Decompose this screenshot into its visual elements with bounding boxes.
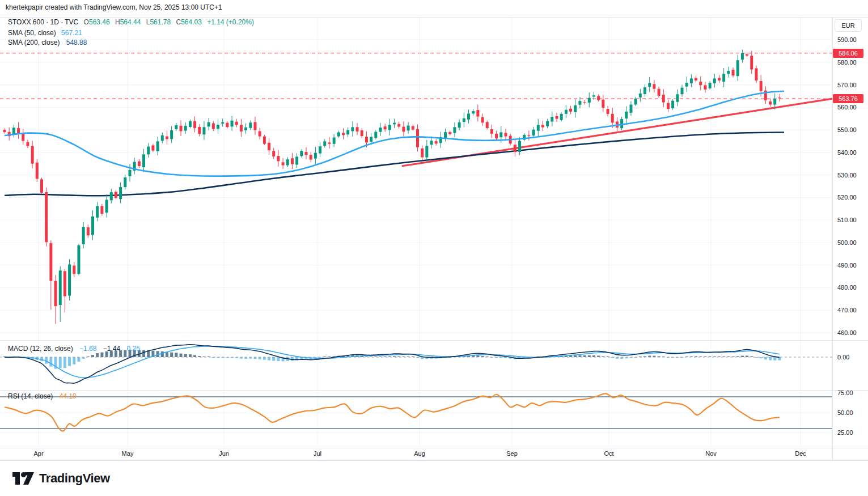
panel-separator[interactable] — [0, 390, 868, 391]
sma50-legend-row[interactable]: SMA (50, close) 567.21 — [8, 29, 82, 37]
rsi-panel[interactable] — [0, 390, 832, 447]
price-tick-label: 470.00 — [837, 307, 857, 313]
symbol-legend-row[interactable]: STOXX 600 · 1D · TVC O563.46 H564.44 L56… — [8, 18, 254, 26]
time-axis-bottom-border — [0, 460, 868, 461]
time-axis-month-label: Apr — [33, 450, 43, 457]
sma50-value: 567.21 — [61, 29, 82, 37]
macd-legend-row[interactable]: MACD (12, 26, close) −1.68 −1.44 0.25 — [8, 345, 140, 353]
currency-button[interactable]: EUR — [835, 19, 862, 32]
price-tick-label: 510.00 — [837, 217, 857, 223]
high-value: 564.44 — [120, 18, 141, 26]
close-label: C — [176, 18, 181, 26]
price-tick-label: 490.00 — [837, 262, 857, 269]
change-value: +1.14 (+0.20%) — [207, 18, 254, 26]
price-tick-label: 560.00 — [837, 104, 857, 111]
macd-zero-label: 0.00 — [837, 354, 849, 361]
macd-hist-value: −1.68 — [79, 345, 96, 353]
low-value: 561.78 — [150, 18, 171, 26]
macd-signal-value: 0.25 — [126, 345, 139, 353]
macd-line-value: −1.44 — [103, 345, 120, 353]
price-tick-label: 530.00 — [837, 172, 857, 179]
sma200-value: 548.88 — [66, 39, 87, 46]
time-axis-border — [0, 448, 868, 448]
time-axis-month-label: Oct — [604, 450, 613, 457]
time-axis-month-label: Dec — [795, 450, 806, 457]
close-value: 564.03 — [181, 18, 202, 26]
tradingview-chart-page: khertekpapir created with TradingView.co… — [0, 0, 868, 496]
price-tick-label: 480.00 — [837, 284, 857, 291]
tradingview-logo[interactable]: TradingView — [12, 471, 110, 486]
sma200-legend-row[interactable]: SMA (200, close) 548.88 — [8, 39, 87, 46]
price-tick-label: 550.00 — [837, 126, 857, 133]
open-label: O — [84, 18, 89, 26]
price-axis-border — [832, 17, 833, 460]
price-tick-label: 570.00 — [837, 82, 857, 88]
open-value: 563.46 — [89, 18, 110, 26]
time-axis-month-label: Jun — [219, 450, 229, 457]
sma50-label: SMA (50, close) — [8, 29, 56, 37]
rsi-legend-row[interactable]: RSI (14, close) 44.10 — [8, 392, 77, 400]
price-level-badge: 584.06 — [833, 49, 863, 58]
panel-separator[interactable] — [0, 340, 868, 341]
rsi-label: RSI (14, close) — [8, 392, 53, 400]
tradingview-logo-text: TradingView — [39, 471, 110, 486]
time-axis-month-label: Sep — [506, 450, 518, 457]
price-tick-label: 590.00 — [837, 36, 857, 43]
symbol-title: STOXX 600 · 1D · TVC — [8, 18, 78, 26]
price-panel[interactable] — [0, 0, 832, 340]
price-level-badge: 563.76 — [833, 94, 863, 103]
price-tick-label: 520.00 — [837, 194, 857, 201]
rsi-value: 44.10 — [60, 392, 77, 400]
price-tick-label: 460.00 — [837, 329, 857, 336]
macd-label: MACD (12, 26, close) — [8, 345, 73, 353]
tradingview-logo-icon — [12, 471, 34, 486]
price-tick-label: 580.00 — [837, 59, 857, 66]
time-axis-month-label: Aug — [414, 450, 425, 457]
rsi-tick-label: 25.00 — [837, 429, 853, 436]
time-axis-month-label: Nov — [705, 450, 717, 457]
high-label: H — [115, 18, 120, 26]
sma200-label: SMA (200, close) — [8, 39, 60, 46]
time-axis-month-label: Jul — [314, 450, 321, 457]
price-tick-label: 500.00 — [837, 239, 857, 246]
time-axis-month-label: May — [122, 450, 134, 457]
price-tick-label: 540.00 — [837, 149, 857, 156]
rsi-tick-label: 50.00 — [837, 409, 853, 416]
